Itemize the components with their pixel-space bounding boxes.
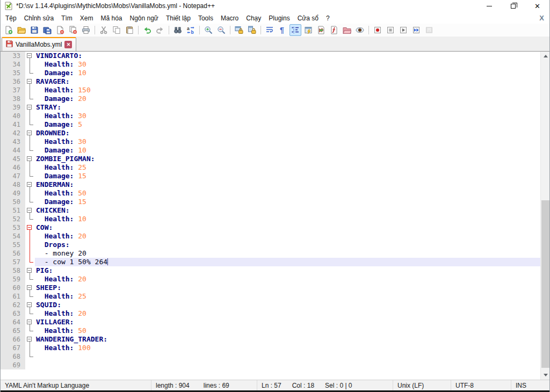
code-text[interactable]: Health: 10 bbox=[35, 215, 540, 223]
code-line[interactable]: 55 Drops: bbox=[1, 241, 540, 249]
code-text[interactable]: Health: 30 bbox=[35, 112, 540, 120]
code-text[interactable]: Health: 100 bbox=[35, 344, 540, 352]
code-text[interactable]: ENDERMAN: bbox=[35, 180, 540, 189]
zoom-in-button[interactable] bbox=[202, 24, 214, 36]
menu-item-ch-y[interactable]: Chạy bbox=[242, 13, 265, 24]
sync-horizontal-button[interactable] bbox=[246, 24, 258, 36]
folder-as-workspace-button[interactable] bbox=[341, 24, 353, 36]
code-line[interactable]: 47 Damage: 15 bbox=[1, 172, 540, 180]
code-line[interactable]: 44 Damage: 10 bbox=[1, 146, 540, 155]
code-text[interactable]: Damage: 10 bbox=[35, 69, 540, 77]
copy-button[interactable] bbox=[111, 24, 122, 36]
paste-button[interactable] bbox=[124, 24, 135, 36]
code-line[interactable]: 65 Health: 50 bbox=[1, 326, 540, 335]
code-text[interactable]: Drops: bbox=[35, 241, 540, 249]
menu-item-tools[interactable]: Tools bbox=[194, 13, 217, 24]
code-line[interactable]: 36RAVAGER: bbox=[1, 77, 540, 86]
fold-collapse-icon[interactable] bbox=[25, 301, 35, 309]
code-line[interactable]: 52 Health: 10 bbox=[1, 215, 540, 223]
code-line[interactable]: 43 Health: 30 bbox=[1, 137, 540, 146]
menu-close-document-button[interactable]: X bbox=[534, 14, 549, 22]
code-line[interactable]: 48ENDERMAN: bbox=[1, 180, 540, 189]
code-text[interactable]: SHEEP: bbox=[35, 284, 540, 292]
code-text[interactable]: Health: 30 bbox=[35, 137, 540, 146]
code-line[interactable]: 33VINDICARTO: bbox=[1, 52, 540, 60]
code-text[interactable]: VINDICARTO: bbox=[35, 52, 540, 60]
scrollbar-thumb[interactable] bbox=[541, 200, 549, 368]
macro-record-button[interactable] bbox=[372, 24, 383, 36]
code-text[interactable]: COW: bbox=[35, 223, 540, 232]
menu-item-thi-t-l-p[interactable]: Thiết lập bbox=[162, 13, 194, 24]
restore-button[interactable] bbox=[501, 0, 525, 12]
tab-close-icon[interactable]: ✕ bbox=[64, 41, 72, 48]
code-line[interactable]: 68 bbox=[1, 352, 540, 361]
code-text[interactable]: PIG: bbox=[35, 266, 540, 275]
fold-collapse-icon[interactable] bbox=[25, 284, 35, 292]
menu-item-t-m[interactable]: Tìm bbox=[57, 13, 76, 24]
scroll-up-icon[interactable] bbox=[541, 52, 549, 61]
code-area[interactable]: 33VINDICARTO:34 Health: 3035 Damage: 103… bbox=[1, 52, 540, 369]
new-file-button[interactable] bbox=[3, 24, 15, 36]
code-text[interactable]: Health: 25 bbox=[35, 292, 540, 301]
code-text[interactable]: Health: 20 bbox=[35, 309, 540, 318]
code-line[interactable]: 64VILLAGER: bbox=[1, 318, 540, 326]
code-line[interactable]: 57 - cow 1 50% 264 bbox=[1, 258, 540, 266]
code-line[interactable]: 34 Health: 30 bbox=[1, 60, 540, 69]
menu-item-ch-nh-s-a[interactable]: Chỉnh sửa bbox=[20, 13, 57, 24]
cut-button[interactable] bbox=[98, 24, 110, 36]
code-text[interactable]: SQUID: bbox=[35, 301, 540, 309]
code-line[interactable]: 60SHEEP: bbox=[1, 284, 540, 292]
status-encoding[interactable]: UTF-8 bbox=[451, 380, 511, 390]
code-line[interactable]: 50 Damage: 15 bbox=[1, 198, 540, 206]
code-text[interactable]: CHICKEN: bbox=[35, 206, 540, 215]
fold-collapse-icon[interactable] bbox=[25, 335, 35, 344]
fold-collapse-icon[interactable] bbox=[25, 77, 35, 86]
menu-item-plugins[interactable]: Plugins bbox=[265, 13, 293, 24]
code-line[interactable]: 51CHICKEN: bbox=[1, 206, 540, 215]
macro-play-button[interactable] bbox=[397, 24, 409, 36]
redo-button[interactable] bbox=[154, 24, 166, 36]
code-text[interactable]: - money 20 bbox=[35, 249, 540, 258]
save-button[interactable] bbox=[28, 24, 40, 36]
minimize-button[interactable] bbox=[477, 0, 501, 12]
status-insert-mode[interactable]: INS bbox=[511, 380, 549, 390]
fold-collapse-icon[interactable] bbox=[25, 318, 35, 326]
zoom-out-button[interactable] bbox=[215, 24, 227, 36]
tab-vanillamobs[interactable]: VanillaMobs.yml ✕ bbox=[2, 37, 76, 51]
monitoring-button[interactable] bbox=[354, 24, 366, 36]
replace-button[interactable]: ab bbox=[185, 24, 197, 36]
code-line[interactable]: 67 Health: 100 bbox=[1, 344, 540, 352]
sync-vertical-button[interactable] bbox=[233, 24, 245, 36]
function-list-button[interactable] bbox=[328, 24, 340, 36]
code-line[interactable]: 53COW: bbox=[1, 223, 540, 232]
print-button[interactable] bbox=[80, 24, 92, 36]
code-text[interactable]: Health: 20 bbox=[35, 232, 540, 241]
code-text[interactable]: Damage: 15 bbox=[35, 172, 540, 180]
macro-run-multiple-button[interactable] bbox=[410, 24, 422, 36]
code-text[interactable] bbox=[35, 361, 540, 369]
code-text[interactable]: Health: 30 bbox=[35, 60, 540, 69]
code-line[interactable]: 37 Health: 150 bbox=[1, 86, 540, 95]
code-line[interactable]: 40 Health: 30 bbox=[1, 112, 540, 120]
code-line[interactable]: 41 Damage: 5 bbox=[1, 120, 540, 129]
editor[interactable]: 33VINDICARTO:34 Health: 3035 Damage: 103… bbox=[1, 51, 549, 380]
macro-stop-button[interactable] bbox=[385, 24, 396, 36]
fold-collapse-icon[interactable] bbox=[25, 266, 35, 275]
fold-collapse-icon[interactable] bbox=[25, 206, 35, 215]
code-text[interactable]: Health: 150 bbox=[35, 86, 540, 95]
word-wrap-button[interactable] bbox=[264, 24, 276, 36]
menu-item-m-h-a[interactable]: Mã hóa bbox=[97, 13, 126, 24]
vertical-scrollbar[interactable] bbox=[540, 52, 549, 380]
code-line[interactable]: 69 bbox=[1, 361, 540, 369]
code-line[interactable]: 62SQUID: bbox=[1, 301, 540, 309]
fold-collapse-icon[interactable] bbox=[25, 155, 35, 163]
code-line[interactable]: 66WANDERING_TRADER: bbox=[1, 335, 540, 344]
code-line[interactable]: 63 Health: 20 bbox=[1, 309, 540, 318]
fold-collapse-icon[interactable] bbox=[25, 52, 35, 60]
code-text[interactable]: Damage: 5 bbox=[35, 120, 540, 129]
code-line[interactable]: 45ZOMBIE_PIGMAN: bbox=[1, 155, 540, 163]
code-line[interactable]: 59 Health: 20 bbox=[1, 275, 540, 284]
fold-collapse-icon[interactable] bbox=[25, 180, 35, 189]
menu-item-macro[interactable]: Macro bbox=[217, 13, 242, 24]
code-text[interactable]: Damage: 10 bbox=[35, 146, 540, 155]
